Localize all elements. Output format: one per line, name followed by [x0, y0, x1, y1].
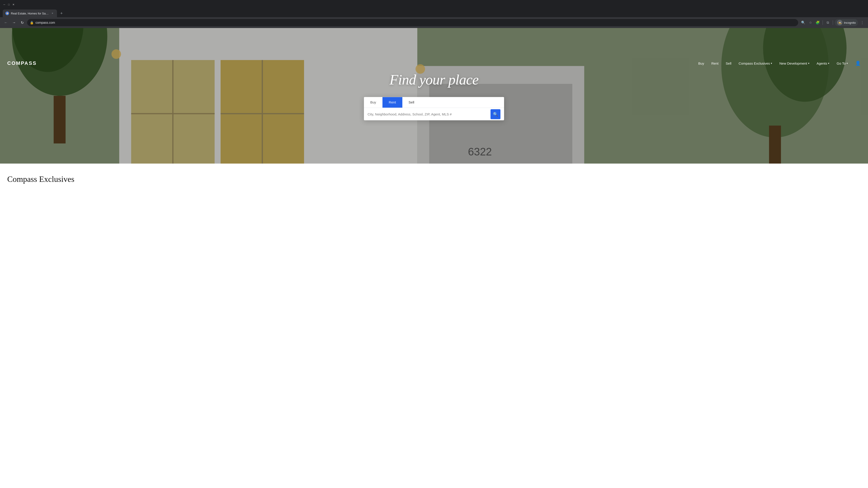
search-magnifier-icon: 🔍 — [493, 111, 498, 117]
forward-button[interactable]: → — [11, 20, 17, 26]
search-input[interactable] — [368, 112, 491, 116]
exclusives-chevron-down-icon: ▾ — [771, 62, 772, 65]
search-tab-sell[interactable]: Sell — [402, 97, 421, 108]
window-controls: ─ □ ✕ — [3, 3, 15, 6]
browser-chrome: ─ □ ✕ 🏠 Real Estate, Homes for Sale & A … — [0, 0, 868, 28]
goto-chevron-down-icon: ▾ — [846, 62, 848, 65]
address-bar[interactable]: 🔒 compass.com — [27, 19, 798, 26]
search-widget: Buy Rent Sell 🔍 — [364, 97, 504, 121]
toolbar-divider-2 — [833, 20, 833, 25]
refresh-icon: ↻ — [21, 21, 24, 25]
user-account-icon[interactable]: 👤 — [855, 61, 861, 66]
toolbar-divider — [823, 20, 823, 25]
compass-exclusives-heading: Compass Exclusives — [7, 174, 861, 184]
nav-sell-link[interactable]: Sell — [726, 61, 732, 65]
nav-new-development-link[interactable]: New Development ▾ — [779, 61, 809, 65]
hero-section: 6322 COMPASS Buy Rent Sell — [0, 28, 868, 164]
site-navigation: COMPASS Buy Rent Sell Compass Exclusives… — [0, 56, 868, 70]
search-icon-button[interactable]: 🔍 — [800, 20, 806, 26]
incognito-button[interactable]: 🕵 Incognito — [835, 19, 858, 26]
hero-content: Find your place Buy Rent Sell 🔍 — [0, 71, 868, 121]
tab-title: Real Estate, Homes for Sale & A — [11, 12, 49, 15]
tab-favicon: 🏠 — [5, 11, 9, 15]
forward-icon: → — [12, 21, 16, 25]
goto-label: Go To — [837, 61, 846, 65]
new-dev-chevron-down-icon: ▾ — [808, 62, 809, 65]
incognito-label: Incognito — [844, 21, 856, 24]
lock-icon: 🔒 — [30, 21, 34, 24]
tab-bar: 🏠 Real Estate, Homes for Sale & A × + — [0, 9, 868, 17]
nav-agents-link[interactable]: Agents ▾ — [817, 61, 830, 65]
incognito-icon: 🕵 — [837, 20, 842, 25]
exclusives-label: Compass Exclusives — [739, 61, 770, 65]
search-box: 🔍 — [364, 108, 504, 121]
nav-links: Buy Rent Sell Compass Exclusives ▾ New D… — [698, 61, 861, 66]
extensions-button[interactable]: 🧩 — [814, 20, 821, 26]
bookmark-button[interactable]: ☆ — [807, 20, 813, 26]
agents-label: Agents — [817, 61, 827, 65]
compass-logo[interactable]: COMPASS — [7, 60, 37, 66]
minimize-button[interactable]: ─ — [3, 3, 6, 6]
url-text: compass.com — [35, 21, 796, 24]
new-tab-button[interactable]: + — [58, 10, 65, 17]
maximize-button[interactable]: □ — [7, 3, 10, 6]
close-button[interactable]: ✕ — [12, 3, 15, 6]
refresh-button[interactable]: ↻ — [19, 20, 25, 26]
search-tabs: Buy Rent Sell — [364, 97, 504, 108]
hero-title: Find your place — [0, 71, 868, 88]
search-button[interactable]: 🔍 — [491, 109, 500, 119]
nav-goto-link[interactable]: Go To ▾ — [837, 61, 848, 65]
site-wrapper: 6322 COMPASS Buy Rent Sell — [0, 28, 868, 191]
toolbar-actions: 🔍 ☆ 🧩 ⧉ 🕵 Incognito ⋮ — [800, 19, 865, 26]
tab-close-button[interactable]: × — [51, 11, 54, 15]
nav-buy-link[interactable]: Buy — [698, 61, 704, 65]
browser-titlebar: ─ □ ✕ — [0, 0, 868, 9]
agents-chevron-down-icon: ▾ — [828, 62, 829, 65]
nav-rent-link[interactable]: Rent — [711, 61, 719, 65]
new-dev-label: New Development — [779, 61, 807, 65]
below-hero-section: Compass Exclusives — [0, 164, 868, 191]
active-tab[interactable]: 🏠 Real Estate, Homes for Sale & A × — [3, 9, 57, 17]
browser-toolbar: ← → ↻ 🔒 compass.com 🔍 ☆ 🧩 ⧉ 🕵 Incognito … — [0, 17, 868, 28]
search-tab-buy[interactable]: Buy — [364, 97, 382, 108]
search-tab-rent[interactable]: Rent — [382, 97, 402, 108]
back-icon: ← — [4, 21, 8, 25]
split-view-button[interactable]: ⧉ — [825, 20, 831, 26]
more-options-button[interactable]: ⋮ — [859, 20, 865, 26]
back-button[interactable]: ← — [3, 20, 9, 26]
nav-exclusives-link[interactable]: Compass Exclusives ▾ — [739, 61, 772, 65]
